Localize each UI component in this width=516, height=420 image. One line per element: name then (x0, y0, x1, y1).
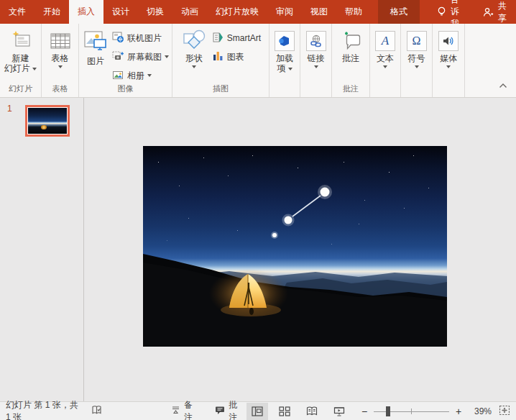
group-label-images: 图像 (79, 83, 172, 94)
tab-transitions[interactable]: 切换 (138, 0, 172, 24)
tab-insert[interactable]: 插入 (69, 0, 103, 24)
ribbon-group-links: 链接 (300, 24, 332, 97)
share-label: 共享 (498, 0, 507, 24)
screenshot-label: 屏幕截图 (127, 51, 162, 63)
ribbon-group-images: 图片 联机图片 屏幕截图 (79, 24, 172, 97)
smartart-icon (212, 32, 224, 45)
slide-image-night-camping[interactable] (143, 146, 447, 347)
notes-button[interactable]: 备注 (165, 402, 202, 420)
dropdown-arrow-icon (192, 65, 196, 68)
dropdown-arrow-icon (147, 74, 152, 77)
slide-thumbnail-panel: 1 (0, 98, 84, 401)
reading-view-button[interactable] (301, 403, 323, 420)
ribbon-group-text: A 文本 (370, 24, 401, 97)
ribbon-group-slides: 新建 幻灯片 幻灯片 (0, 24, 42, 97)
tab-format-contextual[interactable]: 格式 (378, 0, 420, 24)
collapse-ribbon-button[interactable] (499, 78, 507, 91)
text-icon: A (375, 31, 395, 51)
zoom-in-button[interactable]: + (454, 406, 463, 416)
omega-symbol-icon: Ω (407, 31, 427, 51)
table-icon (50, 29, 70, 53)
symbol-label: 符号 (408, 53, 425, 63)
ribbon-group-tables: 表格 表格 (42, 24, 79, 97)
tab-file[interactable]: 文件 (0, 0, 34, 24)
screenshot-button[interactable]: 屏幕截图 (112, 49, 169, 65)
zoom-slider-center-tick (411, 408, 412, 414)
shapes-label: 形状 (185, 53, 203, 63)
powerpoint-window: 文件 开始 插入 设计 切换 动画 幻灯片放映 审阅 视图 帮助 格式 告诉我 … (0, 0, 516, 420)
links-label: 链接 (308, 53, 325, 63)
media-label: 媒体 (440, 53, 457, 63)
tab-animations[interactable]: 动画 (172, 0, 207, 24)
tab-home[interactable]: 开始 (34, 0, 69, 24)
group-label-illustrations: 插图 (172, 83, 269, 94)
photo-album-label: 相册 (127, 70, 144, 82)
zoom-out-button[interactable]: − (360, 406, 369, 416)
notes-icon (171, 406, 180, 416)
tab-help[interactable]: 帮助 (336, 0, 371, 24)
lightbulb-icon (437, 6, 446, 17)
tab-review[interactable]: 审阅 (267, 0, 302, 24)
ribbon-group-addins: 加载 项 (269, 24, 300, 97)
zoom-slider-thumb[interactable] (386, 406, 390, 416)
zoom-slider[interactable] (374, 406, 449, 416)
chart-button[interactable]: 图表 (212, 49, 261, 65)
work-area: 1 (0, 98, 516, 401)
photo-album-button[interactable]: 相册 (112, 68, 169, 83)
ribbon: 新建 幻灯片 幻灯片 表格 表格 (0, 24, 516, 98)
comments-button[interactable]: 批注 (209, 402, 247, 420)
slide-canvas[interactable] (84, 98, 516, 401)
tell-me-button[interactable]: 告诉我 (430, 0, 474, 24)
text-button[interactable]: A 文本 (374, 27, 397, 97)
comments-label: 批注 (229, 399, 241, 420)
symbol-button[interactable]: Ω 符号 (405, 27, 428, 97)
tab-view[interactable]: 视图 (302, 0, 336, 24)
comment-bubble-icon (215, 406, 225, 417)
spellcheck-icon[interactable] (91, 405, 102, 417)
screenshot-icon (112, 50, 124, 64)
share-person-icon (483, 7, 494, 17)
dropdown-arrow-icon (415, 65, 419, 68)
media-button[interactable]: 媒体 (437, 27, 460, 97)
text-label: 文本 (377, 53, 394, 63)
new-slide-label-2: 幻灯片 (4, 63, 37, 73)
group-label-comments: 批注 (332, 83, 369, 94)
notes-label: 备注 (184, 399, 196, 420)
dropdown-arrow-icon (314, 65, 318, 68)
normal-view-button[interactable] (247, 403, 268, 420)
group-label-slides: 幻灯片 (0, 83, 41, 94)
online-pictures-icon (112, 32, 124, 45)
tab-design[interactable]: 设计 (103, 0, 138, 24)
tab-slideshow[interactable]: 幻灯片放映 (207, 0, 267, 24)
dropdown-arrow-icon (383, 65, 387, 68)
ribbon-group-symbols: Ω 符号 (401, 24, 433, 97)
slide-number: 1 (7, 104, 12, 114)
dropdown-arrow-icon (446, 65, 451, 68)
share-button[interactable]: 共享 (474, 0, 516, 24)
pictures-icon (83, 29, 108, 56)
smartart-button[interactable]: SmartArt (212, 30, 261, 46)
addins-button[interactable]: 加载 项 (273, 27, 296, 97)
pictures-label: 图片 (87, 56, 104, 66)
ribbon-group-media: 媒体 (433, 24, 465, 97)
new-slide-icon (11, 29, 31, 53)
online-pictures-button[interactable]: 联机图片 (112, 30, 169, 46)
link-icon (306, 29, 326, 53)
titlebar: 文件 开始 插入 设计 切换 动画 幻灯片放映 审阅 视图 帮助 格式 告诉我 … (0, 0, 516, 24)
group-label-tables: 表格 (42, 83, 78, 94)
slide-thumbnail-image (28, 108, 67, 134)
new-slide-label-1: 新建 (12, 53, 29, 63)
links-button[interactable]: 链接 (305, 27, 328, 97)
dropdown-arrow-icon (32, 68, 37, 70)
slide-sorter-view-button[interactable] (274, 403, 295, 420)
zoom-percentage[interactable]: 39% (466, 406, 492, 416)
comment-icon (340, 29, 361, 53)
fit-slide-to-window-button[interactable] (499, 405, 510, 418)
slideshow-view-button[interactable] (328, 403, 350, 420)
dropdown-arrow-icon (58, 65, 63, 68)
ribbon-group-comments: 批注 批注 (332, 24, 370, 97)
slide-thumbnail-1[interactable] (25, 105, 70, 137)
ribbon-filler (465, 24, 516, 97)
addins-label-1: 加载 (276, 53, 293, 63)
photo-overlay (143, 146, 447, 347)
